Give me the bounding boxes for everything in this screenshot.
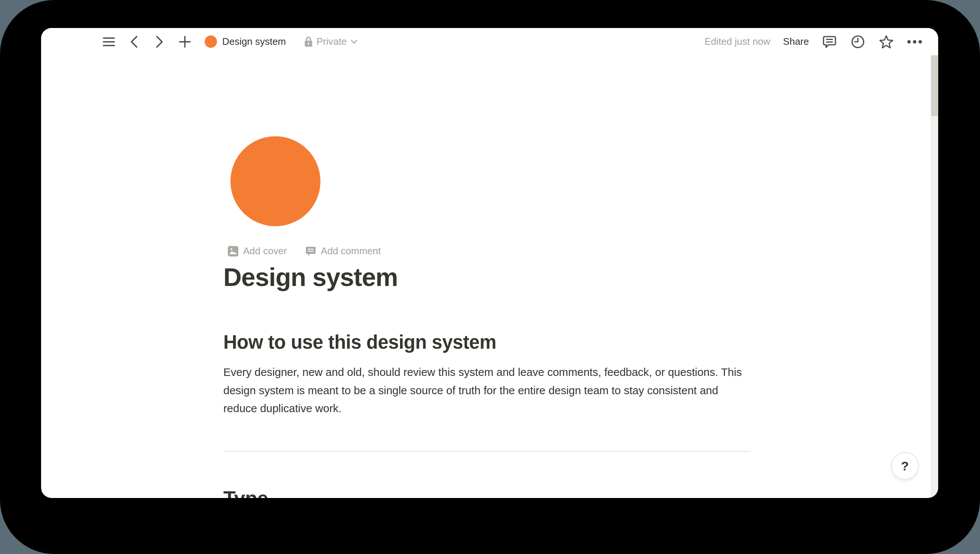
toolbar: Design system Private: [41, 28, 938, 55]
section-paragraph[interactable]: Every designer, new and old, should revi…: [223, 363, 743, 418]
image-icon: [228, 246, 238, 256]
chevron-right-icon: [155, 35, 164, 48]
next-section-heading[interactable]: Type: [223, 486, 268, 498]
comments-button[interactable]: [822, 34, 837, 49]
nav-forward-button[interactable]: [151, 34, 167, 49]
breadcrumb-title: Design system: [222, 36, 286, 48]
toolbar-left: Design system Private: [101, 34, 358, 49]
ellipsis-icon: [907, 40, 923, 44]
page-icon[interactable]: [230, 136, 320, 226]
scrollbar-thumb[interactable]: [931, 55, 938, 116]
page-title[interactable]: Design system: [223, 263, 398, 291]
chevron-left-icon: [130, 35, 138, 48]
help-button[interactable]: ?: [891, 452, 919, 480]
star-icon: [879, 35, 894, 49]
add-cover-label: Add cover: [243, 245, 287, 257]
lock-icon: [304, 36, 313, 48]
privacy-label: Private: [317, 36, 347, 48]
add-cover-button[interactable]: Add cover: [225, 243, 290, 259]
sidebar-menu-button[interactable]: [101, 34, 116, 49]
scrollbar-track[interactable]: [931, 55, 938, 498]
history-clock-icon: [851, 35, 865, 49]
page-meta-actions: Add cover Add comment: [225, 243, 384, 259]
chevron-down-icon: [350, 39, 358, 45]
page-history-button[interactable]: [850, 34, 866, 49]
page-icon-small: [205, 35, 217, 48]
add-comment-button[interactable]: Add comment: [303, 243, 384, 259]
edited-status: Edited just now: [704, 36, 770, 48]
new-page-button[interactable]: [177, 34, 193, 49]
share-button[interactable]: Share: [783, 36, 809, 48]
plus-icon: [178, 35, 191, 48]
screenshot-canvas: Design system Private: [0, 0, 980, 554]
notion-window: Design system Private: [41, 28, 938, 498]
comment-filled-icon: [306, 246, 316, 256]
more-options-button[interactable]: [907, 34, 923, 49]
divider: [223, 451, 751, 452]
toolbar-right: Edited just now Share: [704, 34, 923, 49]
menu-icon: [103, 37, 115, 47]
privacy-dropdown[interactable]: Private: [304, 36, 358, 48]
section-heading[interactable]: How to use this design system: [223, 331, 496, 353]
nav-back-button[interactable]: [126, 34, 142, 49]
comment-icon: [822, 35, 837, 49]
favorite-button[interactable]: [878, 34, 894, 49]
breadcrumb[interactable]: Design system: [205, 35, 286, 48]
add-comment-label: Add comment: [321, 245, 381, 257]
